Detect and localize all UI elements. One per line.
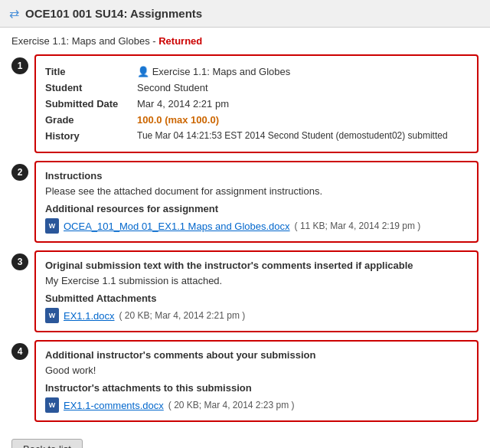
section-2-file-row: W OCEA_101_Mod 01_EX1.1 Maps and Globes.… bbox=[45, 218, 468, 234]
section-2-file-link[interactable]: OCEA_101_Mod 01_EX1.1 Maps and Globes.do… bbox=[64, 221, 290, 232]
submission-heading: Original submission text with the instru… bbox=[45, 260, 468, 271]
section-2-box: Instructions Please see the attached doc… bbox=[34, 161, 479, 243]
section-2-badge: 2 bbox=[11, 164, 28, 181]
submitted-date-label: Submitted Date bbox=[45, 96, 137, 112]
comments-text: Good work! bbox=[45, 365, 468, 376]
student-row: Student Second Student bbox=[45, 80, 468, 96]
attachments-heading: Submitted Attachments bbox=[45, 293, 468, 304]
assignments-icon: ⇄ bbox=[9, 6, 19, 21]
info-table: Title 👤 Exercise 1.1: Maps and Globes St… bbox=[45, 64, 468, 144]
grade-row: Grade 100.0 (max 100.0) bbox=[45, 112, 468, 128]
page-header: ⇄ OCE101 001 SU14: Assignments bbox=[0, 0, 490, 28]
section-4-file-meta: ( 20 KB; Mar 4, 2014 2:23 pm ) bbox=[168, 400, 295, 410]
section-1-box: Title 👤 Exercise 1.1: Maps and Globes St… bbox=[34, 54, 479, 153]
history-value: Tue Mar 04 14:21:53 EST 2014 Second Stud… bbox=[137, 128, 468, 144]
section-2-file-meta: ( 11 KB; Mar 4, 2014 2:19 pm ) bbox=[295, 221, 421, 231]
student-value: Second Student bbox=[137, 80, 468, 96]
history-row: History Tue Mar 04 14:21:53 EST 2014 Sec… bbox=[45, 128, 468, 144]
submitted-date-value: Mar 4, 2014 2:21 pm bbox=[137, 96, 468, 112]
grade-value: 100.0 (max 100.0) bbox=[137, 112, 468, 128]
title-label: Title bbox=[45, 64, 137, 80]
resources-heading: Additional resources for assignment bbox=[45, 203, 468, 214]
section-3-file-meta: ( 20 KB; Mar 4, 2014 2:21 pm ) bbox=[119, 310, 246, 321]
section-2: 2 Instructions Please see the attached d… bbox=[11, 161, 479, 243]
history-label: History bbox=[45, 128, 137, 144]
section-4-box: Additional instructor's comments about y… bbox=[34, 340, 479, 422]
comments-heading: Additional instructor's comments about y… bbox=[45, 349, 468, 361]
instructor-attachments-heading: Instructor's attachments to this submiss… bbox=[45, 382, 468, 394]
section-4: 4 Additional instructor's comments about… bbox=[11, 340, 479, 422]
submitted-date-row: Submitted Date Mar 4, 2014 2:21 pm bbox=[45, 96, 468, 112]
submission-text: My Exercise 1.1 submission is attached. bbox=[45, 275, 468, 286]
section-3-file-link[interactable]: EX1.1.docx bbox=[64, 310, 115, 322]
section-3-badge: 3 bbox=[11, 253, 28, 270]
section-1: 1 Title 👤 Exercise 1.1: Maps and Globes … bbox=[11, 54, 479, 153]
word-icon-2: W bbox=[45, 308, 59, 323]
grade-label: Grade bbox=[45, 112, 137, 128]
exercise-heading-text: Exercise 1.1: Maps and Globes - bbox=[11, 35, 158, 47]
section-4-file-link[interactable]: EX1.1-comments.docx bbox=[64, 400, 164, 411]
section-1-badge: 1 bbox=[11, 57, 28, 74]
student-label: Student bbox=[45, 80, 137, 96]
exercise-heading: Exercise 1.1: Maps and Globes - Returned bbox=[11, 35, 479, 47]
instructions-text: Please see the attached document for ass… bbox=[45, 185, 468, 197]
section-3-box: Original submission text with the instru… bbox=[34, 250, 479, 332]
word-icon-3: W bbox=[45, 397, 59, 413]
word-icon-1: W bbox=[45, 218, 59, 234]
back-to-list-button[interactable]: Back to list bbox=[11, 439, 83, 448]
section-3: 3 Original submission text with the inst… bbox=[11, 250, 479, 332]
section-4-file-row: W EX1.1-comments.docx ( 20 KB; Mar 4, 20… bbox=[45, 397, 468, 413]
back-button-container: Back to list bbox=[11, 430, 479, 448]
page-title: OCE101 001 SU14: Assignments bbox=[25, 7, 202, 20]
section-3-file-row: W EX1.1.docx ( 20 KB; Mar 4, 2014 2:21 p… bbox=[45, 308, 468, 323]
person-icon: 👤 bbox=[137, 66, 149, 77]
returned-label: Returned bbox=[158, 35, 202, 47]
section-4-badge: 4 bbox=[11, 343, 28, 360]
title-row: Title 👤 Exercise 1.1: Maps and Globes bbox=[45, 64, 468, 80]
title-value: 👤 Exercise 1.1: Maps and Globes bbox=[137, 64, 468, 80]
instructions-heading: Instructions bbox=[45, 170, 468, 181]
content-area: Exercise 1.1: Maps and Globes - Returned… bbox=[0, 28, 490, 448]
